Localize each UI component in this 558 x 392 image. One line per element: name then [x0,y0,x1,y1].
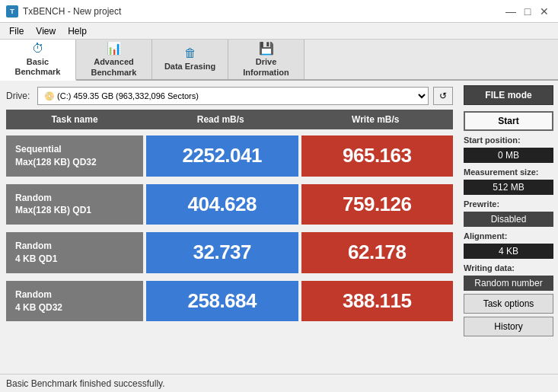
basic-benchmark-icon: ⏱ [32,42,44,56]
tab-basic[interactable]: ⏱ BasicBenchmark [0,40,76,81]
header-read: Read mB/s [143,110,298,129]
writing-data-label: Writing data: [464,263,553,272]
file-mode-button[interactable]: FILE mode [464,85,553,105]
table-row: SequentialMax(128 KB) QD32 2252.041 965.… [6,135,453,177]
drive-select[interactable]: 📀 (C:) 459.35 GB (963,332,096 Sectors) [37,87,429,105]
start-position-label: Start position: [464,135,553,145]
row4-read: 258.684 [146,281,298,322]
prewrite-label: Prewrite: [464,199,553,209]
menu-help[interactable]: Help [62,24,93,38]
left-panel: Drive: 📀 (C:) 459.35 GB (963,332,096 Sec… [0,81,459,374]
row1-read: 2252.041 [146,135,298,177]
tab-bar: ⏱ BasicBenchmark 📊 AdvancedBenchmark 🗑 D… [0,40,558,81]
title-bar-title: TxBENCH - New project [23,6,121,17]
measurement-size-value: 512 MB [464,180,553,195]
tab-erasing[interactable]: 🗑 Data Erasing [152,40,228,79]
menu-bar: File View Help [0,23,558,40]
app-icon: T [6,5,18,18]
row1-write: 965.163 [301,135,454,177]
tab-advanced[interactable]: 📊 AdvancedBenchmark [76,40,152,79]
tab-advanced-label: AdvancedBenchmark [91,57,137,77]
row3-name: Random4 KB QD1 [6,232,143,273]
advanced-benchmark-icon: 📊 [107,41,122,56]
alignment-label: Alignment: [464,231,553,241]
task-options-button[interactable]: Task options [464,294,553,314]
title-bar-left: T TxBENCH - New project [6,5,121,18]
row4-write: 388.115 [301,281,454,322]
start-button[interactable]: Start [464,111,553,131]
title-bar: T TxBENCH - New project — □ ✕ [0,0,558,23]
row4-name: Random4 KB QD32 [6,281,143,322]
measurement-size-label: Measurement size: [464,167,553,177]
benchmark-header: Task name Read mB/s Write mB/s [6,110,453,129]
tab-basic-label: BasicBenchmark [15,57,61,77]
minimize-button[interactable]: — [503,4,518,19]
drive-row: Drive: 📀 (C:) 459.35 GB (963,332,096 Sec… [6,87,453,105]
drive-label: Drive: [6,91,33,101]
header-write: Write mB/s [298,110,454,129]
drive-info-icon: 💾 [259,41,274,56]
row2-name: RandomMax(128 KB) QD1 [6,184,143,225]
header-task-name: Task name [6,110,143,129]
writing-data-value: Random number [464,276,553,291]
row3-write: 62.178 [301,232,454,273]
table-row: Random4 KB QD32 258.684 388.115 [6,281,453,322]
title-bar-controls: — □ ✕ [503,4,552,19]
row1-name: SequentialMax(128 KB) QD32 [6,135,143,177]
right-panel: FILE mode Start Start position: 0 MB Mea… [459,81,558,374]
drive-refresh-button[interactable]: ↺ [433,87,453,105]
row3-read: 32.737 [146,232,298,273]
menu-view[interactable]: View [30,24,62,38]
maximize-button[interactable]: □ [520,4,535,19]
table-row: Random4 KB QD1 32.737 62.178 [6,232,453,273]
menu-file[interactable]: File [3,24,30,38]
close-button[interactable]: ✕ [537,4,552,19]
row2-write: 759.126 [301,184,454,225]
row2-read: 404.628 [146,184,298,225]
status-text: Basic Benchmark finished successfully. [6,378,165,389]
tab-drive-info[interactable]: 💾 DriveInformation [228,40,305,79]
status-bar: Basic Benchmark finished successfully. [0,374,558,392]
table-row: RandomMax(128 KB) QD1 404.628 759.126 [6,184,453,225]
start-position-value: 0 MB [464,148,553,163]
data-erasing-icon: 🗑 [184,46,196,60]
main-content: Drive: 📀 (C:) 459.35 GB (963,332,096 Sec… [0,81,558,374]
prewrite-value: Disabled [464,212,553,227]
tab-erasing-label: Data Erasing [164,62,215,72]
tab-drive-info-label: DriveInformation [243,57,289,77]
alignment-value: 4 KB [464,244,553,259]
history-button[interactable]: History [464,317,553,336]
